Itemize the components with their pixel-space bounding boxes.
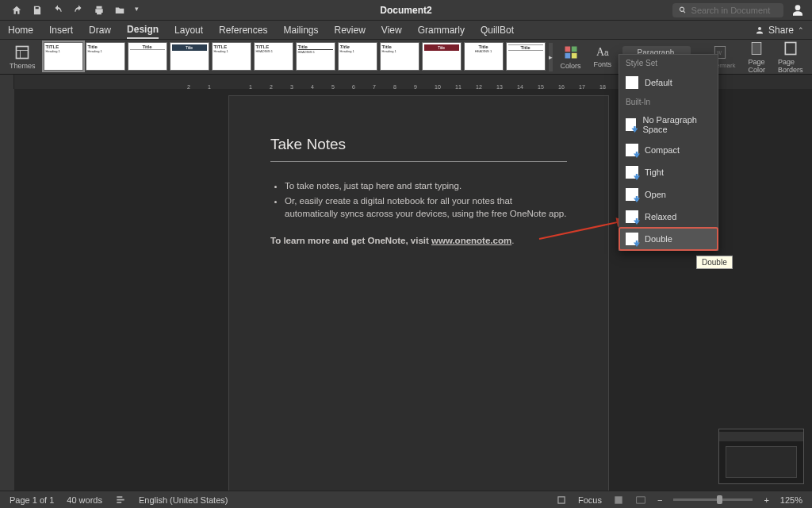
theme-thumb[interactable]: TITLEHEADING 1 [254,42,293,71]
qat-chevron-icon[interactable]: ▾ [135,5,139,16]
quick-access-toolbar: ▾ [0,5,139,16]
spacing-item-relaxed[interactable]: Relaxed [619,206,718,228]
page-borders-button[interactable]: Page Borders [773,40,808,74]
theme-thumb[interactable]: Title [170,42,209,71]
search-icon [679,6,687,14]
status-page[interactable]: Page 1 of 1 [10,495,54,505]
spellcheck-icon[interactable] [115,495,126,506]
spacing-thumb-icon [626,210,638,223]
theme-thumb[interactable]: TITLEHeading 1 [44,42,83,71]
tab-home[interactable]: Home [8,22,33,38]
tab-design[interactable]: Design [127,21,159,39]
status-language[interactable]: English (United States) [139,495,228,505]
page-borders-label: Page Borders [778,58,803,74]
svg-rect-9 [558,496,565,502]
spacing-item-default[interactable]: Default [619,71,718,94]
doc-paragraph[interactable]: To learn more and get OneNote, visit www… [270,236,567,245]
spacing-item-compact[interactable]: Compact [619,139,718,161]
ribbon-tabs: Home Insert Draw Design Layout Reference… [0,21,812,40]
zoom-slider[interactable] [673,498,753,501]
themes-button[interactable]: Themes [5,44,40,70]
tab-references[interactable]: References [219,22,267,38]
view-print-icon[interactable] [613,495,624,506]
view-web-icon[interactable] [635,495,646,506]
theme-thumb[interactable]: TitleHeading 1 [86,42,125,71]
spacing-thumb-icon [626,188,638,201]
document-title: Document2 [380,5,431,16]
spacing-item-tight[interactable]: Tight [619,161,718,183]
spacing-item-double[interactable]: Double [619,228,718,250]
undo-icon[interactable] [52,5,63,16]
title-bar: ▾ Document2 [0,0,812,21]
focus-icon[interactable] [556,495,567,506]
zoom-out-button[interactable]: − [657,495,662,505]
doc-text: . [511,236,514,245]
themes-gallery: TITLEHeading 1 TitleHeading 1 Title Titl… [44,42,546,72]
spacing-item-label: Double [645,234,672,244]
svg-rect-11 [637,496,645,502]
page-color-button[interactable]: Page Color [744,40,771,74]
spacing-thumb-icon [626,233,638,245]
tab-draw[interactable]: Draw [89,22,111,38]
spacing-item-open[interactable]: Open [619,183,718,206]
menu-section-label: Style Set [619,55,718,71]
status-bar: Page 1 of 1 40 words English (United Sta… [0,491,812,508]
spacing-item-label: No Paragraph Space [642,115,711,134]
print-icon[interactable] [94,5,105,16]
themes-label: Themes [10,62,36,70]
svg-rect-2 [571,46,576,52]
svg-rect-1 [565,46,570,52]
status-words[interactable]: 40 words [67,495,102,505]
onenote-link[interactable]: www.onenote.com [431,236,511,245]
theme-thumb[interactable]: TitleHEADING 1 [296,42,335,71]
search-box[interactable] [672,3,783,17]
spacing-item-label: Relaxed [645,212,676,221]
gallery-more-button[interactable]: ▸ [549,43,553,71]
fonts-button[interactable]: Aa Fonts [589,46,617,68]
tab-quillbot[interactable]: QuillBot [481,22,514,38]
redo-icon[interactable] [73,5,84,16]
share-button[interactable]: Share ⌃ [755,25,804,36]
svg-rect-0 [17,46,29,58]
spacing-item-label: Open [645,190,666,199]
page-color-icon [749,40,764,56]
status-focus[interactable]: Focus [578,495,602,505]
save-icon[interactable] [32,5,43,16]
tab-insert[interactable]: Insert [49,22,73,38]
page-color-label: Page Color [749,58,766,74]
spacing-item-no-paragraph-space[interactable]: No Paragraph Space [619,110,718,139]
theme-thumb[interactable]: Title [422,42,462,71]
status-zoom[interactable]: 125% [780,495,802,505]
doc-bullet[interactable]: Or, easily create a digital notebook for… [285,194,567,220]
navigation-thumbnail[interactable] [718,429,804,484]
doc-bullet-list[interactable]: To take notes, just tap here and start t… [270,179,567,220]
doc-bullet[interactable]: To take notes, just tap here and start t… [285,179,567,192]
theme-thumb[interactable]: Title [506,42,546,71]
tab-layout[interactable]: Layout [174,22,203,38]
fonts-icon: Aa [596,46,609,59]
spacing-thumb-icon [626,76,638,89]
paragraph-spacing-menu: Style Set Default Built-In No Paragraph … [619,54,718,251]
spacing-thumb-icon [626,144,638,156]
document-page[interactable]: Take Notes To take notes, just tap here … [228,95,609,491]
spacing-thumb-icon [626,118,636,131]
tab-mailings[interactable]: Mailings [283,22,318,38]
vertical-ruler[interactable] [0,89,14,491]
theme-thumb[interactable]: TitleHEADING 1 [464,42,504,71]
svg-rect-7 [752,42,761,54]
tab-grammarly[interactable]: Grammarly [418,22,465,38]
tab-view[interactable]: View [381,22,402,38]
theme-thumb[interactable]: TitleHeading 1 [380,42,419,71]
colors-button[interactable]: Colors [556,44,586,70]
theme-thumb[interactable]: Title [128,42,167,71]
search-input[interactable] [691,6,777,15]
home-icon[interactable] [11,5,22,16]
theme-thumb[interactable]: TITLEHeading 1 [212,42,251,71]
open-icon[interactable] [114,5,125,16]
tab-review[interactable]: Review [334,22,365,38]
user-icon[interactable] [791,4,804,17]
doc-heading[interactable]: Take Notes [270,136,567,162]
theme-thumb[interactable]: TitleHeading 1 [338,42,377,71]
doc-text: To learn more and get OneNote, visit [270,236,431,245]
zoom-in-button[interactable]: + [764,495,768,505]
